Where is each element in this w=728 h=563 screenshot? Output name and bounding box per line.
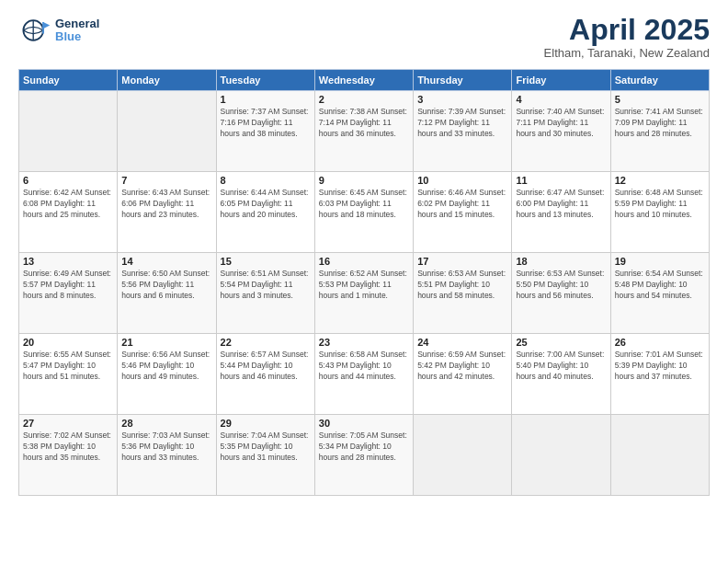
day-info: Sunrise: 6:55 AM Sunset: 5:47 PM Dayligh…: [23, 350, 113, 383]
day-cell: 11Sunrise: 6:47 AM Sunset: 6:00 PM Dayli…: [512, 172, 610, 253]
day-info: Sunrise: 7:03 AM Sunset: 5:36 PM Dayligh…: [121, 431, 211, 464]
day-info: Sunrise: 6:50 AM Sunset: 5:56 PM Dayligh…: [121, 269, 211, 302]
day-number: 14: [121, 256, 211, 267]
col-header-thursday: Thursday: [414, 70, 512, 91]
day-cell: 16Sunrise: 6:52 AM Sunset: 5:53 PM Dayli…: [314, 253, 413, 334]
day-cell: 9Sunrise: 6:45 AM Sunset: 6:03 PM Daylig…: [314, 172, 413, 253]
day-number: 19: [615, 256, 705, 267]
day-info: Sunrise: 6:45 AM Sunset: 6:03 PM Dayligh…: [319, 188, 409, 221]
day-cell: 21Sunrise: 6:56 AM Sunset: 5:46 PM Dayli…: [118, 334, 216, 415]
day-cell: 30Sunrise: 7:05 AM Sunset: 5:34 PM Dayli…: [314, 415, 413, 496]
header: General Blue April 2025 Eltham, Taranaki…: [18, 14, 710, 60]
logo-text: General Blue: [55, 17, 99, 44]
day-number: 21: [121, 337, 211, 348]
day-cell: [118, 91, 216, 172]
day-number: 23: [319, 337, 409, 348]
day-cell: 6Sunrise: 6:42 AM Sunset: 6:08 PM Daylig…: [19, 172, 118, 253]
day-cell: 10Sunrise: 6:46 AM Sunset: 6:02 PM Dayli…: [414, 172, 512, 253]
day-number: 24: [417, 337, 507, 348]
calendar-header-row: SundayMondayTuesdayWednesdayThursdayFrid…: [19, 70, 710, 91]
day-cell: 4Sunrise: 7:40 AM Sunset: 7:11 PM Daylig…: [512, 91, 610, 172]
day-info: Sunrise: 7:40 AM Sunset: 7:11 PM Dayligh…: [516, 107, 606, 140]
day-cell: 28Sunrise: 7:03 AM Sunset: 5:36 PM Dayli…: [118, 415, 216, 496]
day-info: Sunrise: 6:49 AM Sunset: 5:57 PM Dayligh…: [23, 269, 113, 302]
col-header-sunday: Sunday: [19, 70, 118, 91]
month-title: April 2025: [544, 14, 710, 46]
day-info: Sunrise: 6:46 AM Sunset: 6:02 PM Dayligh…: [417, 188, 507, 221]
day-cell: 18Sunrise: 6:53 AM Sunset: 5:50 PM Dayli…: [512, 253, 610, 334]
day-info: Sunrise: 6:58 AM Sunset: 5:43 PM Dayligh…: [319, 350, 409, 383]
day-info: Sunrise: 6:59 AM Sunset: 5:42 PM Dayligh…: [417, 350, 507, 383]
day-info: Sunrise: 6:53 AM Sunset: 5:51 PM Dayligh…: [417, 269, 507, 302]
day-number: 11: [516, 175, 606, 186]
day-number: 27: [23, 418, 113, 429]
day-info: Sunrise: 6:52 AM Sunset: 5:53 PM Dayligh…: [319, 269, 409, 302]
day-cell: 20Sunrise: 6:55 AM Sunset: 5:47 PM Dayli…: [19, 334, 118, 415]
day-cell: [19, 91, 118, 172]
day-cell: 19Sunrise: 6:54 AM Sunset: 5:48 PM Dayli…: [610, 253, 709, 334]
day-cell: 23Sunrise: 6:58 AM Sunset: 5:43 PM Dayli…: [314, 334, 413, 415]
day-number: 15: [221, 256, 311, 267]
subtitle: Eltham, Taranaki, New Zealand: [544, 46, 710, 60]
day-info: Sunrise: 7:39 AM Sunset: 7:12 PM Dayligh…: [417, 107, 507, 140]
day-cell: 17Sunrise: 6:53 AM Sunset: 5:51 PM Dayli…: [414, 253, 512, 334]
day-info: Sunrise: 6:53 AM Sunset: 5:50 PM Dayligh…: [516, 269, 606, 302]
week-row-4: 20Sunrise: 6:55 AM Sunset: 5:47 PM Dayli…: [19, 334, 710, 415]
week-row-1: 1Sunrise: 7:37 AM Sunset: 7:16 PM Daylig…: [19, 91, 710, 172]
day-number: 28: [121, 418, 211, 429]
day-info: Sunrise: 6:54 AM Sunset: 5:48 PM Dayligh…: [615, 269, 705, 302]
day-info: Sunrise: 7:38 AM Sunset: 7:14 PM Dayligh…: [319, 107, 409, 140]
col-header-tuesday: Tuesday: [216, 70, 314, 91]
week-row-3: 13Sunrise: 6:49 AM Sunset: 5:57 PM Dayli…: [19, 253, 710, 334]
day-number: 30: [319, 418, 409, 429]
day-cell: 3Sunrise: 7:39 AM Sunset: 7:12 PM Daylig…: [414, 91, 512, 172]
day-number: 4: [516, 94, 606, 105]
day-info: Sunrise: 7:01 AM Sunset: 5:39 PM Dayligh…: [615, 350, 705, 383]
logo-blue: Blue: [55, 30, 99, 43]
day-cell: 2Sunrise: 7:38 AM Sunset: 7:14 PM Daylig…: [314, 91, 413, 172]
day-number: 26: [615, 337, 705, 348]
day-number: 7: [121, 175, 211, 186]
day-info: Sunrise: 6:56 AM Sunset: 5:46 PM Dayligh…: [121, 350, 211, 383]
day-cell: 5Sunrise: 7:41 AM Sunset: 7:09 PM Daylig…: [610, 91, 709, 172]
day-info: Sunrise: 7:05 AM Sunset: 5:34 PM Dayligh…: [319, 431, 409, 464]
calendar-table: SundayMondayTuesdayWednesdayThursdayFrid…: [18, 69, 710, 496]
logo-icon: [18, 14, 51, 47]
day-number: 6: [23, 175, 113, 186]
day-info: Sunrise: 6:42 AM Sunset: 6:08 PM Dayligh…: [23, 188, 113, 221]
day-number: 5: [615, 94, 705, 105]
day-cell: [610, 415, 709, 496]
col-header-wednesday: Wednesday: [314, 70, 413, 91]
day-cell: 22Sunrise: 6:57 AM Sunset: 5:44 PM Dayli…: [216, 334, 314, 415]
day-cell: 8Sunrise: 6:44 AM Sunset: 6:05 PM Daylig…: [216, 172, 314, 253]
day-cell: [414, 415, 512, 496]
logo-general: General: [55, 17, 99, 30]
day-cell: 24Sunrise: 6:59 AM Sunset: 5:42 PM Dayli…: [414, 334, 512, 415]
day-info: Sunrise: 7:37 AM Sunset: 7:16 PM Dayligh…: [221, 107, 311, 140]
page: General Blue April 2025 Eltham, Taranaki…: [0, 0, 728, 563]
week-row-2: 6Sunrise: 6:42 AM Sunset: 6:08 PM Daylig…: [19, 172, 710, 253]
day-cell: 25Sunrise: 7:00 AM Sunset: 5:40 PM Dayli…: [512, 334, 610, 415]
day-info: Sunrise: 6:51 AM Sunset: 5:54 PM Dayligh…: [221, 269, 311, 302]
day-cell: 13Sunrise: 6:49 AM Sunset: 5:57 PM Dayli…: [19, 253, 118, 334]
day-number: 12: [615, 175, 705, 186]
day-cell: 29Sunrise: 7:04 AM Sunset: 5:35 PM Dayli…: [216, 415, 314, 496]
day-info: Sunrise: 7:02 AM Sunset: 5:38 PM Dayligh…: [23, 431, 113, 464]
week-row-5: 27Sunrise: 7:02 AM Sunset: 5:38 PM Dayli…: [19, 415, 710, 496]
day-number: 20: [23, 337, 113, 348]
day-info: Sunrise: 7:00 AM Sunset: 5:40 PM Dayligh…: [516, 350, 606, 383]
day-number: 8: [221, 175, 311, 186]
day-cell: 14Sunrise: 6:50 AM Sunset: 5:56 PM Dayli…: [118, 253, 216, 334]
day-info: Sunrise: 6:47 AM Sunset: 6:00 PM Dayligh…: [516, 188, 606, 221]
day-number: 13: [23, 256, 113, 267]
col-header-saturday: Saturday: [610, 70, 709, 91]
day-info: Sunrise: 7:41 AM Sunset: 7:09 PM Dayligh…: [615, 107, 705, 140]
day-number: 1: [221, 94, 311, 105]
day-info: Sunrise: 7:04 AM Sunset: 5:35 PM Dayligh…: [221, 431, 311, 464]
day-cell: 7Sunrise: 6:43 AM Sunset: 6:06 PM Daylig…: [118, 172, 216, 253]
day-info: Sunrise: 6:44 AM Sunset: 6:05 PM Dayligh…: [221, 188, 311, 221]
day-cell: 15Sunrise: 6:51 AM Sunset: 5:54 PM Dayli…: [216, 253, 314, 334]
day-number: 2: [319, 94, 409, 105]
day-number: 16: [319, 256, 409, 267]
day-info: Sunrise: 6:43 AM Sunset: 6:06 PM Dayligh…: [121, 188, 211, 221]
